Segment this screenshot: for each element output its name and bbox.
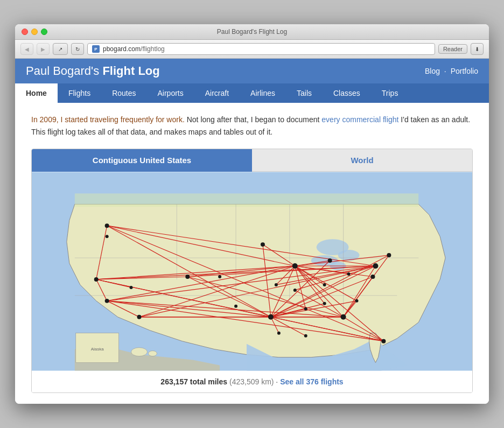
svg-point-89 bbox=[341, 314, 346, 320]
nav-home[interactable]: Home bbox=[15, 83, 58, 103]
svg-point-14 bbox=[131, 348, 148, 356]
svg-point-15 bbox=[148, 351, 157, 356]
traffic-lights bbox=[22, 29, 47, 35]
nav-airlines[interactable]: Airlines bbox=[240, 83, 286, 103]
svg-point-98 bbox=[293, 289, 297, 292]
favicon: P bbox=[92, 45, 100, 53]
site-links: Blog · Portfolio bbox=[425, 67, 478, 75]
url-path: /flightlog bbox=[141, 45, 165, 53]
svg-point-78 bbox=[94, 277, 99, 282]
minimize-button[interactable] bbox=[31, 29, 38, 35]
map-tabs: Contiguous United States World bbox=[32, 149, 472, 172]
see-all-flights-link[interactable]: See all 376 flights bbox=[280, 377, 344, 386]
svg-point-100 bbox=[347, 272, 351, 276]
url-display: pbogard.com/flightlog bbox=[103, 45, 165, 53]
site-header: Paul Bogard's Flight Log Blog · Portfoli… bbox=[15, 59, 489, 83]
address-bar[interactable]: P pbogard.com/flightlog bbox=[87, 43, 435, 55]
total-km: (423,509 km) bbox=[229, 377, 274, 386]
forward-button[interactable]: ▶ bbox=[37, 43, 50, 55]
back-button[interactable]: ◀ bbox=[20, 43, 33, 55]
reader-button[interactable]: Reader bbox=[438, 44, 467, 54]
nav-trips[interactable]: Trips bbox=[371, 83, 409, 103]
svg-point-91 bbox=[268, 314, 274, 320]
download-button[interactable]: ⬇ bbox=[471, 43, 484, 55]
svg-point-82 bbox=[185, 275, 190, 279]
tab-us[interactable]: Contiguous United States bbox=[32, 149, 252, 172]
svg-point-101 bbox=[234, 305, 237, 308]
intro-paragraph: In 2009, I started traveling frequently … bbox=[31, 114, 473, 138]
footer-separator: · bbox=[276, 377, 280, 386]
tab-world[interactable]: World bbox=[252, 149, 472, 172]
intro-highlight: In 2009, I started traveling frequently … bbox=[31, 115, 185, 124]
svg-point-90 bbox=[381, 339, 386, 343]
title-bar: Paul Bogard's Flight Log bbox=[15, 24, 489, 40]
svg-rect-1 bbox=[75, 193, 418, 207]
nav-tails[interactable]: Tails bbox=[286, 83, 323, 103]
site-title-bold: Flight Log bbox=[102, 64, 159, 78]
share-button[interactable]: ↗ bbox=[53, 43, 68, 55]
svg-point-76 bbox=[105, 223, 109, 228]
svg-point-86 bbox=[373, 263, 378, 269]
svg-point-81 bbox=[137, 315, 142, 319]
maximize-button[interactable] bbox=[41, 29, 47, 35]
svg-point-85 bbox=[328, 258, 332, 263]
svg-point-95 bbox=[355, 299, 359, 303]
svg-point-102 bbox=[218, 275, 221, 278]
main-content: In 2009, I started traveling frequently … bbox=[15, 103, 489, 404]
svg-point-77 bbox=[106, 235, 109, 238]
svg-point-93 bbox=[304, 334, 307, 338]
window-title: Paul Bogard's Flight Log bbox=[217, 28, 287, 36]
main-nav: Home Flights Routes Airports Aircraft Ai… bbox=[15, 83, 489, 103]
close-button[interactable] bbox=[22, 29, 28, 35]
site-title: Paul Bogard's Flight Log bbox=[26, 64, 160, 78]
flights-link[interactable]: every commercial flight bbox=[321, 115, 398, 124]
map-footer: 263,157 total miles (423,509 km) · See a… bbox=[32, 371, 472, 392]
svg-point-84 bbox=[292, 263, 298, 269]
nav-aircraft[interactable]: Aircraft bbox=[194, 83, 240, 103]
svg-point-96 bbox=[304, 307, 307, 311]
nav-classes[interactable]: Classes bbox=[323, 83, 371, 103]
svg-text:Alaska: Alaska bbox=[91, 347, 104, 352]
svg-point-92 bbox=[277, 332, 281, 335]
svg-point-94 bbox=[323, 302, 326, 305]
site-title-plain: Paul Bogard's bbox=[26, 64, 102, 78]
svg-point-99 bbox=[323, 283, 326, 286]
blog-link[interactable]: Blog bbox=[425, 67, 440, 75]
browser-nav-bar: ◀ ▶ ↗ ↻ P pbogard.com/flightlog Reader ⬇ bbox=[15, 40, 489, 59]
svg-point-88 bbox=[370, 275, 375, 279]
svg-point-79 bbox=[105, 299, 109, 303]
total-miles: 263,157 total miles bbox=[160, 377, 227, 386]
map-section: Contiguous United States World bbox=[31, 149, 473, 393]
svg-point-83 bbox=[261, 242, 265, 247]
us-map-svg: Alaska bbox=[32, 172, 472, 371]
link-separator: · bbox=[444, 67, 446, 75]
browser-window: Paul Bogard's Flight Log ◀ ▶ ↗ ↻ P pboga… bbox=[15, 24, 489, 404]
nav-airports[interactable]: Airports bbox=[147, 83, 194, 103]
map-container: Alaska bbox=[32, 172, 472, 371]
nav-flights[interactable]: Flights bbox=[58, 83, 101, 103]
svg-point-97 bbox=[275, 283, 278, 286]
portfolio-link[interactable]: Portfolio bbox=[451, 67, 478, 75]
nav-routes[interactable]: Routes bbox=[101, 83, 146, 103]
url-host: pbogard.com bbox=[103, 45, 141, 53]
svg-point-80 bbox=[130, 286, 133, 289]
svg-point-87 bbox=[387, 253, 391, 257]
reload-button[interactable]: ↻ bbox=[71, 43, 84, 55]
